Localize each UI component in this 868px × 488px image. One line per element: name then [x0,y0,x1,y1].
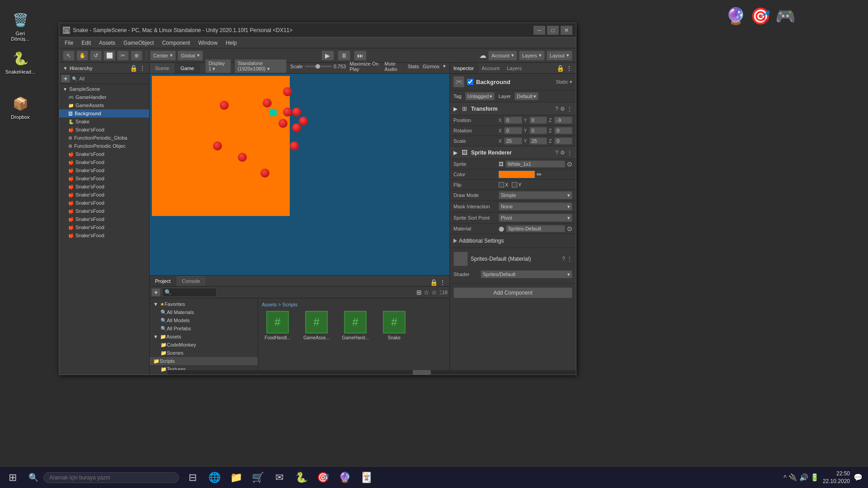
position-y-input[interactable]: 0 [529,117,547,124]
menu-gameobject[interactable]: GameObject [120,39,157,47]
tool-hand[interactable]: ✋ [76,51,88,61]
maximize-button[interactable]: □ [547,26,559,35]
center-dropdown[interactable]: Center ▾ [150,51,176,61]
notification-icon[interactable]: 💬 [854,473,863,482]
taskbar-search-input[interactable] [49,474,158,481]
project-view-icon-2[interactable]: ☆ [424,289,429,296]
hierarchy-snake[interactable]: 🐍 Snake [59,117,149,126]
static-dropdown[interactable]: Static ▾ [556,79,572,85]
taskbar-app-edge[interactable]: 🌐 [204,468,224,488]
sprite-renderer-menu-icon[interactable]: ⋮ [567,150,572,156]
stats-btn[interactable]: Stats [408,64,419,69]
taskbar-app-taskview[interactable]: ⊟ [183,468,203,488]
all-materials-item[interactable]: 🔍 All Materials [150,308,258,316]
position-x-input[interactable]: 0 [504,117,522,124]
tool-rotate[interactable]: ↺ [90,51,102,61]
hierarchy-food-11[interactable]: 🍎Snake'sFood [59,223,149,231]
taskbar-app-vs[interactable]: 🔮 [335,468,354,488]
tray-volume-icon[interactable]: 🔊 [799,473,808,482]
color-swatch[interactable] [499,171,535,178]
sprite-select-icon[interactable]: ⊙ [567,160,572,168]
sprite-sort-point-dropdown[interactable]: Pivot ▾ [499,214,572,222]
global-dropdown[interactable]: Global ▾ [178,51,203,61]
file-snake[interactable]: # Snake [378,311,410,340]
menu-window[interactable]: Window [194,39,221,47]
add-component-button[interactable]: Add Component [453,287,572,298]
material-help-icon[interactable]: ? [562,256,565,262]
all-models-item[interactable]: 🔍 All Models [150,316,258,324]
flip-y-checkbox[interactable] [512,182,517,188]
position-z-input[interactable]: -9 [554,117,572,124]
cloud-icon[interactable]: ☁ [479,51,486,60]
flip-x-btn[interactable]: X [499,182,508,188]
taskbar-app-mail[interactable]: ✉ [269,468,289,488]
project-lock-icon[interactable]: 🔒 [430,279,438,286]
file-gameassets[interactable]: # GameAsse... [301,311,332,340]
material-menu-icon[interactable]: ⋮ [567,256,572,262]
desktop-icon-dropbox[interactable]: 📦 Dropbox [5,93,36,122]
hierarchy-food-6[interactable]: 🍎Snake'sFood [59,183,149,191]
maximize-on-play-btn[interactable]: Maximize On Play [349,61,381,72]
inspector-menu-icon[interactable]: ⋮ [566,65,572,72]
scale-x-input[interactable]: 25 [504,137,522,145]
tool-transform[interactable]: ✂ [117,51,129,61]
tab-scene[interactable]: Scene [150,63,175,73]
taskbar-app-unity[interactable]: 🎯 [313,468,333,488]
hierarchy-food-5[interactable]: 🍎Snake'sFood [59,174,149,183]
taskbar-app-solitaire[interactable]: 🃏 [356,468,376,488]
flip-x-checkbox[interactable] [499,182,504,188]
hierarchy-gamehandler[interactable]: 🎮 GameHandler [59,93,149,101]
scale-track[interactable] [305,66,332,67]
layout-dropdown[interactable]: Layout ▾ [547,51,572,61]
rotation-y-input[interactable]: 0 [529,127,547,134]
gizmos-btn[interactable]: Gizmos [423,64,439,69]
scale-y-input[interactable]: 25 [529,137,547,145]
tab-console[interactable]: Console [176,276,206,286]
tool-select[interactable]: ↖ [63,51,75,61]
hierarchy-gameassets[interactable]: 📁 GameAssets [59,101,149,109]
shader-dropdown[interactable]: Sprites/Default ▾ [481,270,572,278]
resolution-dropdown[interactable]: Standalone (868x488) ▾ [235,59,287,73]
scale-thumb[interactable] [316,64,320,69]
object-active-checkbox[interactable] [467,79,473,85]
scenes-folder[interactable]: 📁 Scenes [150,349,258,357]
draw-mode-dropdown[interactable]: Simple ▾ [499,191,572,199]
clock[interactable]: 22:50 22.10.2020 [823,470,850,485]
project-add-button[interactable]: + [151,288,160,296]
transform-settings-icon[interactable]: ⚙ [560,106,565,112]
close-button[interactable]: ✕ [561,26,572,35]
file-gamehandler[interactable]: # GameHand... [340,311,371,340]
visual-studio-icon[interactable]: 🔮 [726,7,746,26]
project-menu-icon[interactable]: ⋮ [439,279,446,286]
menu-help[interactable]: Help [222,39,241,47]
color-picker-icon[interactable]: ✏ [537,171,542,178]
mask-interaction-dropdown[interactable]: None ▾ [499,202,572,211]
taskbar-app-store[interactable]: 🛒 [248,468,268,488]
hierarchy-lock-icon[interactable]: 🔒 [130,65,137,72]
hierarchy-add-button[interactable]: + [61,75,70,83]
project-scrollbar-thumb[interactable] [413,370,431,375]
material-value[interactable]: Sprites-Default [506,225,565,232]
hierarchy-menu-icon[interactable]: ⋮ [139,65,146,72]
menu-edit[interactable]: Edit [78,39,94,47]
menu-file[interactable]: File [61,39,77,47]
display-dropdown[interactable]: Display 1 ▾ [205,59,231,73]
menu-component[interactable]: Component [158,39,193,47]
scale-z-input[interactable]: 0 [554,137,572,145]
hierarchy-background[interactable]: 🖼 Background [59,109,149,117]
menu-assets[interactable]: Assets [95,39,119,47]
sprite-renderer-header[interactable]: ▶ 🖼 Sprite Renderer ? ⚙ ⋮ [450,146,576,159]
assets-folder[interactable]: ▼ 📁 Assets [150,333,258,341]
hierarchy-food-3[interactable]: 🍎Snake'sFood [59,158,149,166]
tab-layers-insp[interactable]: Layers [503,63,525,73]
hierarchy-food-7[interactable]: 🍎Snake'sFood [59,191,149,199]
account-dropdown[interactable]: Account ▾ [488,51,517,61]
desktop-icon-snakehead[interactable]: 🐍 SnakeHead... [5,47,36,76]
tool-custom[interactable]: ⊕ [131,51,142,61]
flip-y-btn[interactable]: Y [512,182,521,188]
project-view-icon-1[interactable]: ⊞ [416,289,422,296]
hierarchy-food-4[interactable]: 🍎Snake'sFood [59,166,149,174]
hierarchy-food-9[interactable]: 🍎Snake'sFood [59,207,149,215]
rotation-z-input[interactable]: 0 [554,127,572,134]
tool-rect[interactable]: ⬜ [104,51,115,61]
